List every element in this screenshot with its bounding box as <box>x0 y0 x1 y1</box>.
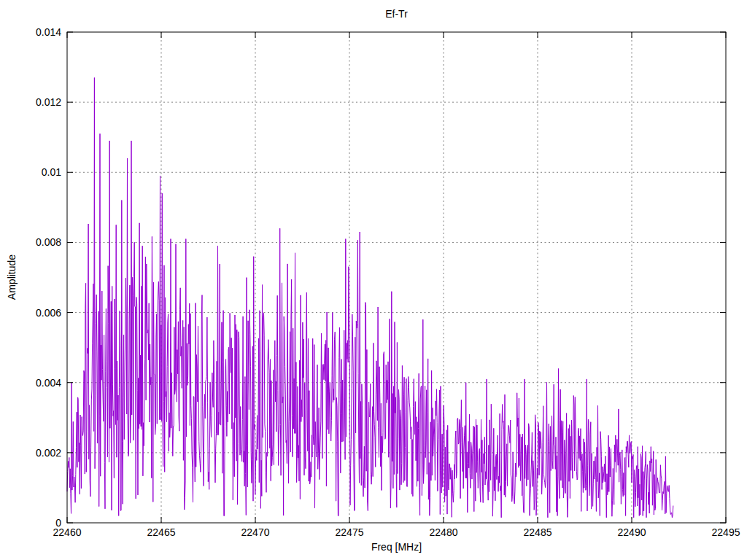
x-tick-label: 22490 <box>603 526 661 538</box>
y-tick-label: 0.012 <box>0 96 61 108</box>
x-tick-label: 22485 <box>508 526 567 538</box>
x-tick-label: 22475 <box>320 526 379 538</box>
y-tick-label: 0.006 <box>0 307 61 319</box>
y-tick-label: 0.014 <box>0 26 61 38</box>
spectrum-chart: Ef-Tr Amplitude Freq [MHz] 2246022465224… <box>0 0 747 560</box>
y-tick-label: 0.01 <box>0 166 61 178</box>
x-tick-label: 22480 <box>414 526 473 538</box>
y-tick-label: 0.002 <box>0 447 61 459</box>
y-tick-label: 0 <box>0 517 61 529</box>
x-tick-label: 22465 <box>132 526 190 538</box>
plot-area <box>0 0 747 560</box>
x-tick-label: 22495 <box>697 526 747 538</box>
y-tick-label: 0.008 <box>0 236 61 248</box>
y-tick-label: 0.004 <box>0 377 61 389</box>
x-tick-label: 22470 <box>226 526 285 538</box>
spectrum-trace <box>67 78 673 518</box>
